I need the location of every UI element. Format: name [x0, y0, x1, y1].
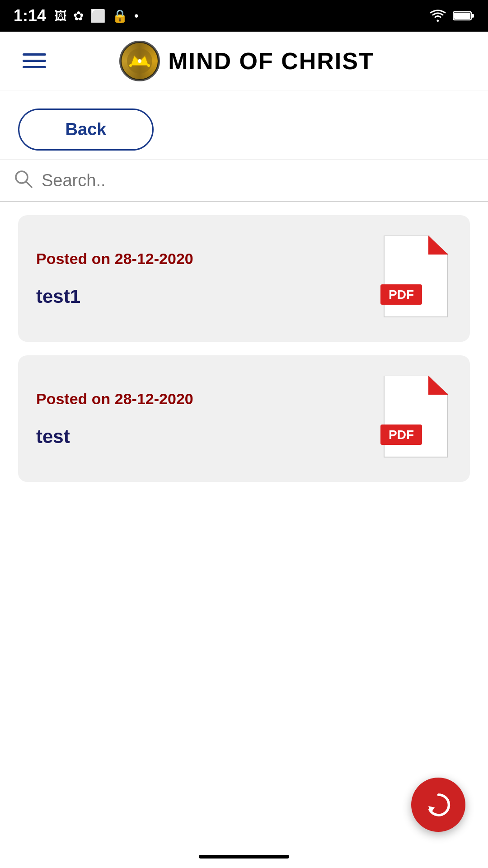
svg-line-9 [26, 182, 32, 187]
hamburger-line-2 [23, 60, 46, 62]
card-title-1: test1 [36, 286, 193, 307]
svg-point-6 [129, 64, 132, 67]
search-icon [14, 169, 33, 192]
search-container [0, 169, 488, 192]
svg-point-7 [147, 64, 150, 67]
status-time: 1:14 [14, 6, 46, 25]
dot-icon: • [134, 9, 139, 23]
list-item[interactable]: Posted on 28-12-2020 test PDF [18, 355, 470, 482]
app-header: MIND OF CHRIST [0, 32, 488, 90]
svg-text:PDF: PDF [389, 428, 414, 442]
lock-icon: 🔒 [112, 9, 128, 24]
search-section [0, 160, 488, 202]
battery-icon [453, 10, 474, 22]
status-bar: 1:14 🖼 ✿ ⬜ 🔒 • [0, 0, 488, 32]
apps-icon: ✿ [73, 9, 84, 24]
cards-list: Posted on 28-12-2020 test1 PDF Posted on… [0, 202, 488, 495]
svg-rect-2 [471, 14, 474, 18]
card-text-1: Posted on 28-12-2020 test1 [36, 250, 193, 307]
fab-refresh-button[interactable] [411, 778, 465, 832]
svg-point-5 [138, 59, 141, 63]
image-icon: 🖼 [54, 9, 67, 24]
svg-text:PDF: PDF [389, 288, 414, 302]
logo-inner [122, 43, 158, 79]
pdf-document-icon: PDF [380, 376, 450, 459]
header-logo-section: MIND OF CHRIST [119, 41, 374, 81]
status-left: 1:14 🖼 ✿ ⬜ 🔒 • [14, 6, 139, 25]
home-indicator [199, 855, 289, 859]
back-section: Back [0, 90, 488, 160]
crown-icon [126, 47, 153, 75]
card-title-2: test [36, 426, 193, 448]
list-item[interactable]: Posted on 28-12-2020 test1 PDF [18, 215, 470, 342]
hamburger-line-1 [23, 53, 46, 56]
status-icons: 🖼 ✿ ⬜ 🔒 • [54, 9, 139, 24]
hamburger-menu[interactable] [18, 49, 51, 73]
app-title: MIND OF CHRIST [168, 47, 374, 75]
pdf-icon-2: PDF [380, 376, 452, 462]
back-button[interactable]: Back [18, 108, 154, 151]
hamburger-line-3 [23, 66, 46, 68]
refresh-icon [424, 790, 453, 820]
pdf-icon-1: PDF [380, 236, 452, 321]
card-date-1: Posted on 28-12-2020 [36, 250, 193, 268]
svg-rect-1 [454, 13, 470, 19]
pdf-document-icon: PDF [380, 236, 450, 319]
wifi-icon [429, 9, 446, 22]
search-input[interactable] [42, 171, 474, 190]
card-date-2: Posted on 28-12-2020 [36, 390, 193, 408]
card-text-2: Posted on 28-12-2020 test [36, 390, 193, 448]
status-right [429, 9, 474, 22]
square-icon: ⬜ [90, 9, 106, 24]
bottom-bar [0, 845, 488, 868]
app-logo [119, 41, 160, 81]
